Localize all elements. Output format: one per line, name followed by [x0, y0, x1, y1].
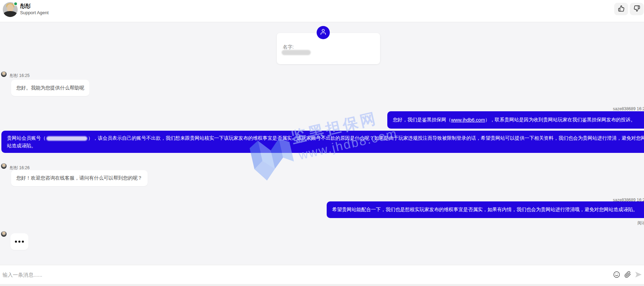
agent-mini-avatar — [1, 71, 7, 77]
message-text: 贵网站会员账号（ — [7, 135, 46, 141]
read-receipt: 阅读 — [637, 220, 644, 226]
agent-name: 彤彤 — [20, 3, 30, 9]
typing-dot — [18, 241, 20, 243]
thumbs-up-icon — [618, 5, 625, 13]
agent-message-bubble: 您好！欢迎您咨询在线客服，请问有什么可以帮到您的呢？ — [11, 170, 148, 186]
agent-message-bubble: 您好。我能为您提供什么帮助呢 — [11, 80, 89, 96]
message-text: ），联系贵网站是因为收到贵网站玩家在我们鉴黑担保网发布的投诉。 — [485, 117, 635, 123]
visitor-message-bubble: 贵网站会员账号（），该会员表示自己的账号不出款，我们想来跟贵网站核实一下该玩家发… — [1, 131, 644, 153]
redacted-account-number — [46, 136, 87, 141]
visitor-message-bubble: 希望贵网站能配合一下，我们也是想核实玩家发布的维权事宜是否属实，如果有内情，我们… — [327, 201, 644, 218]
message-meta: saze838689 16:25 — [613, 106, 644, 111]
message-input[interactable] — [2, 265, 591, 284]
rate-chat-bad-button[interactable] — [630, 3, 644, 15]
chat-header: 彤彤 Support Agent — [0, 0, 644, 22]
online-status-dot — [14, 2, 18, 6]
typing-indicator — [10, 233, 28, 250]
visitor-message-bubble: 您好，我们是鉴黑担保网（www.jhdb6.com），联系贵网站是因为收到贵网站… — [387, 111, 644, 129]
message-text: 您好！欢迎您咨询在线客服，请问有什么可以帮到您的呢？ — [16, 175, 142, 181]
send-icon[interactable] — [635, 271, 642, 278]
widget-bottom-edge — [0, 284, 644, 286]
message-text: 您好，我们是鉴黑担保网（ — [393, 117, 451, 123]
agent-mini-avatar — [1, 231, 7, 237]
name-field-redacted-value — [282, 50, 311, 55]
agent-mini-avatar — [1, 163, 7, 169]
message-meta: 彤彤 16:25 — [10, 73, 29, 79]
message-text: 希望贵网站能配合一下，我们也是想核实玩家发布的维权事宜是否属实，如果有内情，我们… — [332, 207, 638, 213]
message-text: ），该会员表示自己的账号不出款，我们想来跟贵网站核实一下该玩家发布的维权事宜是否… — [7, 135, 644, 148]
name-field-label: 名字: — [283, 44, 294, 50]
prechat-user-badge — [317, 26, 330, 39]
thumbs-down-icon — [634, 5, 640, 13]
avatar-body — [3, 11, 17, 17]
agent-role: Support Agent — [20, 10, 48, 15]
message-text: 您好。我能为您提供什么帮助呢 — [16, 85, 84, 91]
avatar-face — [7, 4, 14, 12]
user-icon — [320, 28, 327, 37]
typing-dot — [15, 241, 17, 243]
rate-chat-good-button[interactable] — [614, 3, 628, 15]
message-link[interactable]: www.jhdb6.com — [451, 117, 485, 123]
emoji-icon[interactable] — [613, 271, 620, 278]
attachment-icon[interactable] — [624, 271, 631, 278]
message-composer — [0, 265, 644, 284]
typing-dot — [22, 241, 24, 243]
